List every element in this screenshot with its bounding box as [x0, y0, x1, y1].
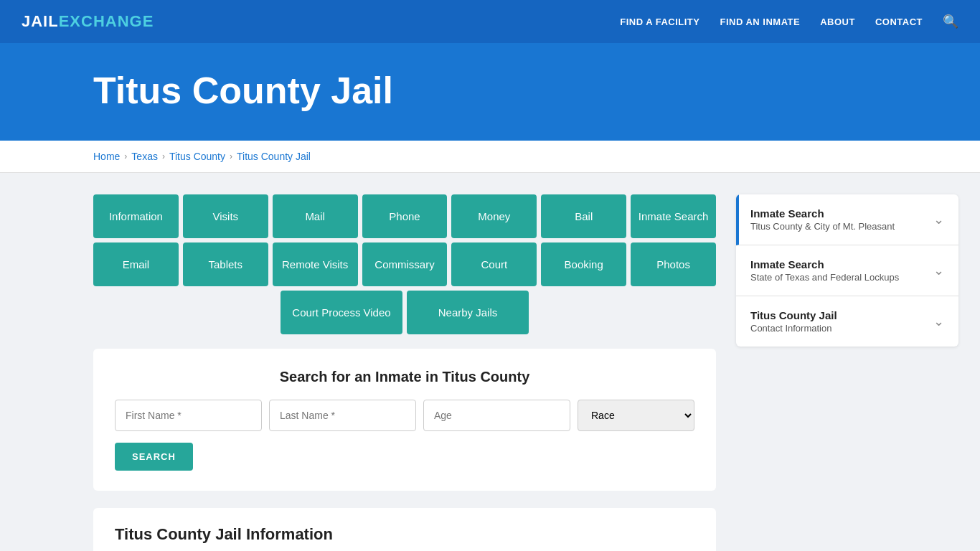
about-link[interactable]: ABOUT: [820, 17, 855, 27]
btn-booking[interactable]: Booking: [541, 242, 626, 286]
breadcrumb-sep-2: ›: [162, 151, 165, 161]
last-name-input[interactable]: [269, 400, 416, 431]
find-inmate-link[interactable]: FIND AN INMATE: [720, 17, 800, 27]
first-name-input[interactable]: [115, 400, 262, 431]
main-content: Information Visits Mail Phone Money Bail…: [0, 173, 980, 551]
search-fields: Race White Black Hispanic Asian Other: [115, 400, 694, 431]
btn-nearby-jails[interactable]: Nearby Jails: [407, 291, 529, 334]
breadcrumb-home[interactable]: Home: [93, 151, 120, 162]
btn-bail[interactable]: Bail: [541, 194, 626, 238]
sidebar-item-3[interactable]: Titus County Jail Contact Information ⌄: [736, 296, 958, 347]
sidebar-item-3-sub: Contact Information: [750, 323, 837, 334]
grid-row-2: Email Tablets Remote Visits Commissary C…: [93, 242, 716, 286]
race-select[interactable]: Race White Black Hispanic Asian Other: [578, 400, 694, 431]
sidebar-item-1-sub: Titus County & City of Mt. Pleasant: [750, 221, 895, 232]
btn-visits[interactable]: Visits: [183, 194, 268, 238]
search-title: Search for an Inmate in Titus County: [115, 369, 694, 385]
btn-email[interactable]: Email: [93, 242, 179, 286]
sidebar-item-1-label: Inmate Search: [750, 207, 895, 220]
breadcrumb-texas[interactable]: Texas: [131, 151, 158, 162]
sidebar-item-1[interactable]: Inmate Search Titus County & City of Mt.…: [736, 194, 958, 245]
breadcrumb-sep-1: ›: [124, 151, 127, 161]
btn-information[interactable]: Information: [93, 194, 179, 238]
hero-section: Titus County Jail: [0, 43, 980, 141]
sidebar-card: Inmate Search Titus County & City of Mt.…: [736, 194, 958, 347]
site-logo[interactable]: JAILEXCHANGE: [22, 12, 154, 31]
search-icon-button[interactable]: 🔍: [943, 14, 958, 29]
search-button[interactable]: SEARCH: [115, 443, 193, 471]
sidebar-item-3-label: Titus County Jail: [750, 309, 837, 321]
logo-jail: JAIL: [22, 12, 59, 30]
info-section: Titus County Jail Information: [93, 508, 716, 551]
info-title: Titus County Jail Information: [115, 525, 694, 544]
breadcrumb: Home › Texas › Titus County › Titus Coun…: [0, 141, 980, 173]
btn-remote-visits[interactable]: Remote Visits: [273, 242, 358, 286]
btn-court-process-video[interactable]: Court Process Video: [281, 291, 402, 334]
sidebar-item-2-sub: State of Texas and Federal Lockups: [750, 272, 899, 283]
breadcrumb-titus-county[interactable]: Titus County: [169, 151, 225, 162]
btn-photos[interactable]: Photos: [631, 242, 716, 286]
right-sidebar: Inmate Search Titus County & City of Mt.…: [736, 194, 958, 551]
grid-row-3: Court Process Video Nearby Jails: [93, 291, 716, 334]
inmate-search-box: Search for an Inmate in Titus County Rac…: [93, 349, 716, 491]
find-facility-link[interactable]: FIND A FACILITY: [620, 17, 699, 27]
navbar: JAILEXCHANGE FIND A FACILITY FIND AN INM…: [0, 0, 980, 43]
page-title: Titus County Jail: [93, 69, 958, 112]
contact-link[interactable]: CONTACT: [875, 17, 923, 27]
chevron-down-icon-3: ⌄: [933, 314, 944, 329]
left-column: Information Visits Mail Phone Money Bail…: [93, 194, 716, 551]
age-input[interactable]: [423, 400, 570, 431]
sidebar-item-2[interactable]: Inmate Search State of Texas and Federal…: [736, 245, 958, 296]
breadcrumb-sep-3: ›: [230, 151, 232, 161]
btn-court[interactable]: Court: [451, 242, 537, 286]
btn-money[interactable]: Money: [451, 194, 537, 238]
grid-row-1: Information Visits Mail Phone Money Bail…: [93, 194, 716, 238]
nav-links: FIND A FACILITY FIND AN INMATE ABOUT CON…: [620, 14, 958, 29]
sidebar-item-2-label: Inmate Search: [750, 258, 899, 270]
btn-phone[interactable]: Phone: [362, 194, 448, 238]
btn-tablets[interactable]: Tablets: [183, 242, 268, 286]
chevron-down-icon-1: ⌄: [933, 212, 944, 227]
breadcrumb-current: Titus County Jail: [237, 151, 311, 162]
logo-exchange: EXCHANGE: [59, 12, 154, 30]
btn-mail[interactable]: Mail: [273, 194, 358, 238]
chevron-down-icon-2: ⌄: [933, 263, 944, 278]
btn-commissary[interactable]: Commissary: [362, 242, 448, 286]
btn-inmate-search[interactable]: Inmate Search: [631, 194, 716, 238]
